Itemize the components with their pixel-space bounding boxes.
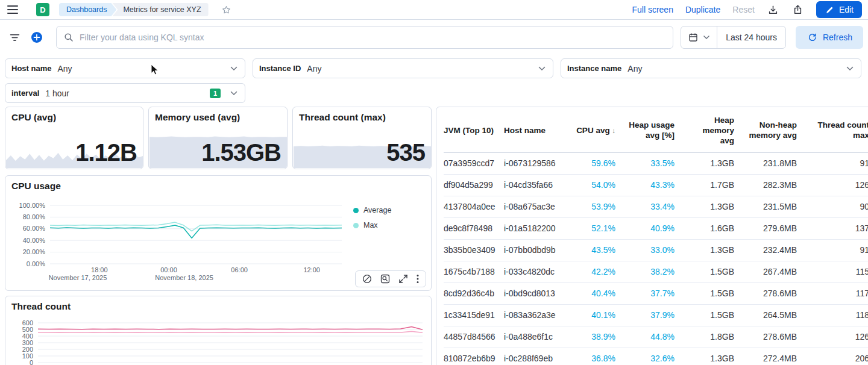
cpu-avg-cell[interactable]: 38.9% [567, 326, 619, 348]
control-instance-id[interactable]: Instance ID Any [253, 58, 553, 78]
reset-button[interactable]: Reset [732, 5, 755, 14]
explore-data-icon[interactable] [380, 274, 390, 284]
heap-usage-cell[interactable]: 33.4% [619, 196, 678, 217]
time-range-button[interactable]: Last 24 hours [717, 27, 785, 48]
breadcrumb-dashboards[interactable]: Dashboards [59, 3, 116, 16]
legend-item-max[interactable]: Max [353, 221, 391, 229]
column-header-5[interactable]: Heap memory avg [678, 111, 738, 152]
maximize-icon[interactable] [398, 274, 408, 284]
legend-dot [353, 208, 359, 213]
header-actions: Full screen Duplicate Reset Edit [632, 1, 862, 18]
thread-count-cell: 91 [800, 152, 868, 174]
filter-icon[interactable] [8, 32, 21, 43]
cpu-usage-chart[interactable]: 100.00%80.00%60.00%40.00%20.00%0.00%18:0… [5, 200, 355, 288]
control-instance-name[interactable]: Instance name Any [561, 58, 861, 78]
legend-item-average[interactable]: Average [353, 206, 391, 214]
full-screen-button[interactable]: Full screen [632, 5, 673, 14]
refresh-button-label: Refresh [823, 33, 852, 42]
dashboards-app-icon[interactable]: D [36, 3, 49, 16]
thread-count-cell: 90 [800, 196, 868, 217]
favorite-star-icon[interactable] [221, 4, 232, 16]
heap-usage-cell[interactable]: 43.3% [619, 174, 678, 196]
heap-usage-cell[interactable]: 37.7% [619, 282, 678, 304]
calendar-icon [687, 31, 699, 43]
cpu-avg-cell[interactable]: 53.9% [567, 196, 619, 217]
metric-value: 1.12B [75, 139, 137, 166]
host-name-cell: i-0bd9cd8013 [504, 282, 567, 304]
nonheap-memory-cell: 278.6MB [738, 326, 800, 348]
table-header-row: JVM (Top 10)Host nameCPU avg ↓Heap usage… [444, 111, 868, 152]
control-label: Instance ID [259, 64, 301, 73]
heap-usage-cell[interactable]: 44.8% [619, 326, 678, 348]
query-bar: Last 24 hours Refresh [0, 20, 868, 52]
refresh-icon [807, 32, 818, 43]
heap-memory-cell: 1.3GB [678, 152, 738, 174]
nonheap-memory-cell: 264.5MB [738, 304, 800, 326]
heap-usage-cell[interactable]: 33.0% [619, 239, 678, 261]
duplicate-button[interactable]: Duplicate [685, 5, 720, 14]
legend-label: Max [363, 221, 378, 229]
edit-chart-icon[interactable] [362, 274, 372, 284]
add-filter-icon[interactable] [30, 30, 44, 45]
jvm-cell: 810872eb6b9 [444, 348, 504, 365]
kql-search-input[interactable] [80, 33, 667, 42]
table-row: 8cd92d36c4bi-0bd9cd801340.4%37.7%1.5GB27… [444, 282, 868, 304]
breadcrumb-current[interactable]: Metrics for service XYZ [112, 3, 208, 16]
heap-usage-cell[interactable]: 37.9% [619, 304, 678, 326]
jvm-cell: 07a3959ccd7 [444, 152, 504, 174]
controls-row-interval: interval 1 hour 1 [5, 83, 863, 103]
host-name-cell: i-04cd35fa66 [504, 174, 567, 196]
host-name-cell: i-0a488e6f1c [504, 326, 567, 348]
cpu-avg-cell[interactable]: 40.1% [567, 304, 619, 326]
more-actions-icon[interactable] [417, 274, 419, 284]
column-header-6[interactable]: Non-heap memory avg [738, 111, 800, 152]
cpu-avg-cell[interactable]: 59.6% [567, 152, 619, 174]
control-value: Any [307, 64, 531, 73]
metric-panel-thread-count-max[interactable]: Thread count (max) 535 [292, 107, 432, 169]
refresh-button[interactable]: Refresh [796, 26, 863, 49]
column-header-7[interactable]: Thread count max [800, 111, 868, 152]
cpu-avg-cell[interactable]: 40.4% [567, 282, 619, 304]
thread-count-cell: 115 [800, 261, 868, 282]
cpu-usage-panel: CPU usage 100.00%80.00%60.00%40.00%20.00… [5, 175, 432, 291]
column-header-4[interactable]: Heap usage avg [%] [619, 111, 678, 152]
heap-memory-cell: 1.3GB [678, 196, 738, 217]
legend-dot [353, 223, 359, 228]
table-row: 4137804a0eei-08a675ac3e53.9%33.4%1.3GB23… [444, 196, 868, 217]
chevron-down-icon [229, 65, 239, 72]
thread-count-cell: 137 [800, 217, 868, 239]
column-header-2[interactable]: Host name [504, 111, 567, 152]
column-header-1[interactable]: JVM (Top 10) [444, 111, 504, 152]
edit-button[interactable]: Edit [816, 1, 862, 18]
control-host-name[interactable]: Host name Any [5, 58, 245, 78]
heap-usage-cell[interactable]: 38.2% [619, 261, 678, 282]
heap-memory-cell: 1.8GB [678, 326, 738, 348]
download-icon[interactable] [767, 4, 779, 16]
heap-usage-cell[interactable]: 40.9% [619, 217, 678, 239]
cpu-avg-cell[interactable]: 43.5% [567, 239, 619, 261]
cpu-avg-cell[interactable]: 42.2% [567, 261, 619, 282]
legend-label: Average [363, 206, 391, 214]
metric-panel-memory-used-avg[interactable]: Memory used (avg) 1.53GB [148, 107, 288, 169]
metric-title: Thread count (max) [293, 107, 431, 128]
cpu-avg-cell[interactable]: 52.1% [567, 217, 619, 239]
thread-count-chart[interactable]: 600500400300200100018:0000:0006:0012:00 [5, 318, 430, 365]
jvm-cell: 3b35b0e3409 [444, 239, 504, 261]
metric-panel-cpu-avg[interactable]: CPU (avg) 1.12B [5, 107, 143, 169]
cpu-avg-cell[interactable]: 36.8% [567, 348, 619, 365]
host-name-cell: i-0673129586 [504, 152, 567, 174]
jvm-cell: de9c8f78498 [444, 217, 504, 239]
column-header-3[interactable]: CPU avg ↓ [567, 111, 619, 152]
dashboard-grid: CPU (avg) 1.12B Memory used (avg) 1.53GB… [0, 105, 868, 365]
nonheap-memory-cell: 231.5MB [738, 196, 800, 217]
search-icon [63, 31, 75, 43]
date-quick-select-button[interactable] [681, 27, 717, 48]
control-interval[interactable]: interval 1 hour 1 [5, 83, 245, 103]
share-icon[interactable] [791, 4, 804, 16]
pencil-icon [825, 5, 835, 15]
cpu-avg-cell[interactable]: 54.0% [567, 174, 619, 196]
heap-usage-cell[interactable]: 33.5% [619, 152, 678, 174]
control-label: interval [11, 89, 39, 98]
heap-usage-cell[interactable]: 32.6% [619, 348, 678, 365]
menu-icon[interactable] [6, 4, 19, 15]
